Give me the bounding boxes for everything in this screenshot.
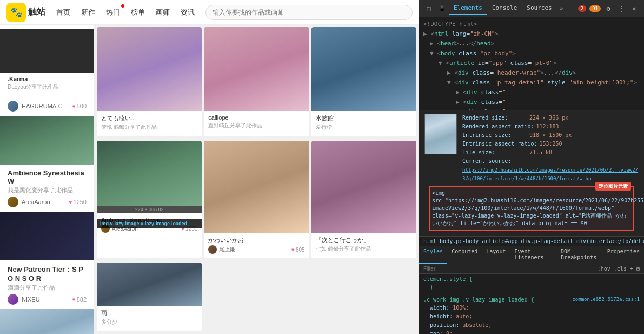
sidebar-item-nixeu[interactable]: New Patreon Tier：S P O N S O R 滴滴分享了此作品 … (0, 260, 94, 309)
filter-pseudo[interactable]: :hov .cls + ⊟ (597, 266, 640, 272)
img-preview (424, 114, 457, 154)
style-tab-styles[interactable]: Styles (419, 246, 447, 264)
card-3-info: 水族館 爱行榜 (311, 111, 416, 136)
alert-error: 2 (578, 5, 586, 12)
breadcrumb-bar: html body.pc-body article#app div.p-tag-… (419, 236, 644, 246)
dom-line-ptag[interactable]: ▼ <div class="p-tag-detail" style="min-h… (419, 78, 644, 88)
card-kawaii-author-group: 尾上廉 (208, 245, 235, 254)
card-rain[interactable]: 雨 多分少 (97, 263, 202, 331)
sidebar-karma-sub: Daoyou分享了此作品 (0, 83, 94, 94)
website-panel: 🐾 触站 首页 新作 热门 榜单 画师 资讯 .Karma Daoyou分享了此… (0, 0, 419, 334)
img-info-panel: Rendered size: 224 × 366 px Rendered asp… (419, 110, 644, 236)
style-tab-props[interactable]: Properties (603, 246, 644, 264)
sidebar-karma-image[interactable] (0, 29, 94, 73)
hot-dot (121, 4, 124, 8)
breadcrumb-text: html body.pc-body article#app div.p-tag-… (423, 238, 644, 244)
nav-artist[interactable]: 画师 (155, 5, 171, 19)
card-next[interactable]: 「次どこ行こっか」 七如 鹤郁分享了此作品 (311, 141, 416, 258)
sidebar-nixeu-title: New Patreon Tier：S P O N S O R (8, 265, 87, 283)
nav-home[interactable]: 首页 (55, 5, 71, 19)
card-1-author: 梦晚 鹤郁分享了此作品 (101, 123, 197, 131)
devtools-close-btn[interactable]: ✕ (629, 3, 640, 14)
card-rain-title: 雨 (101, 309, 197, 317)
devtools-device-btn[interactable]: 📱 (436, 3, 447, 14)
logo-icon: 🐾 (6, 3, 26, 22)
card-2[interactable]: calliope 直野崎丘分享了此作品 (204, 27, 309, 136)
devtools-tab-more[interactable]: » (557, 3, 566, 14)
card-rain-info: 雨 多分少 (97, 306, 202, 331)
devtools-inspect-btn[interactable]: ⬚ (423, 3, 434, 14)
card-2-image (204, 27, 309, 111)
heart-icon-area: ♥ (69, 199, 72, 205)
card-next-author: 七如 鹤郁分享了此作品 (316, 245, 412, 253)
style-source-loaded[interactable]: common.e652.6172a.css:1 (572, 297, 640, 304)
img-meta: Rendered size: 224 × 366 px Rendered asp… (462, 114, 639, 183)
card-ambience[interactable]: img.v-lazy-image.v-lazy-image-loaded 224… (97, 141, 202, 258)
search-input[interactable] (205, 5, 413, 20)
style-tabs: Styles Computed Layout Event Listeners D… (419, 246, 644, 264)
cards-grid: とても眩い... 梦晚 鹤郁分享了此作品 calliope 直野崎丘分享了此作品… (97, 27, 417, 333)
card-rain-author: 多分少 (101, 318, 197, 326)
dom-line-d1[interactable]: ▶ <div class=" (419, 88, 644, 97)
tab-elements[interactable]: Elements (449, 2, 487, 15)
dom-line-doctype[interactable]: <!DOCTYPE html> (419, 19, 644, 29)
logo-text: 触站 (28, 6, 45, 18)
sidebar-karma-title: .Karma (0, 73, 94, 83)
card-1[interactable]: とても眩い... 梦晚 鹤郁分享了此作品 (97, 27, 202, 136)
alert-warn: 91 (589, 5, 601, 12)
dom-tree[interactable]: <!DOCTYPE html> ▶ <html lang="zh-CN"> ▶ … (419, 17, 644, 110)
style-panel: Styles Computed Layout Event Listeners D… (419, 246, 644, 335)
highlight-box: 定位图片元素 <img src="https://img2.huashi16.c… (429, 186, 634, 231)
like-count-haguruma: ♥ 500 (72, 103, 87, 109)
sidebar-ambience-image[interactable] (0, 116, 94, 165)
card-1-image (97, 27, 202, 111)
nav-new[interactable]: 新作 (80, 5, 96, 19)
card-tooltip: img.v-lazy-image.v-lazy-image-loaded (97, 219, 202, 228)
dom-line-header-wrap[interactable]: ▶ <div class="header-wrap">...</div> (419, 68, 644, 78)
devtools-more-btn[interactable]: ⋮ (616, 3, 627, 14)
card-next-image (311, 141, 416, 233)
devtools-settings-btn[interactable]: ⚙ (603, 3, 614, 14)
style-rule-closing: } (423, 283, 640, 292)
style-tab-events[interactable]: Event Listeners (510, 246, 556, 264)
sidebar-nixeu-image[interactable] (0, 212, 94, 260)
highlight-label: 定位图片元素 (595, 182, 631, 191)
nav-rank[interactable]: 榜单 (130, 5, 146, 19)
card-kawaii[interactable]: かわいいかお 尾上廉 ♥ 805 (204, 141, 309, 258)
nav-news[interactable]: 资讯 (180, 5, 196, 19)
artist-name-area: AreaAaron (22, 199, 50, 205)
dom-line-article[interactable]: ▼ <article id="app" class="pt-0"> (419, 58, 644, 68)
sidebar-item-haguruma[interactable]: HAGURUMA-C ♥ 500 (0, 94, 94, 116)
like-count-nixeu: ♥ 882 (72, 296, 87, 303)
devtools-alerts: 2 91 (578, 5, 601, 12)
style-rule-height: height: auto; (423, 312, 640, 321)
dom-line-html[interactable]: ▶ <html lang="zh-CN"> (419, 29, 644, 39)
card-3-author: 爱行榜 (316, 123, 412, 131)
dom-line-d2[interactable]: ▶ <div class=" (419, 97, 644, 107)
style-filter-input[interactable] (423, 266, 594, 272)
card-ambience-image (97, 141, 202, 206)
tab-sources[interactable]: Sources (522, 2, 556, 15)
dom-line-body[interactable]: ▼ <body class="pc-body"> (419, 49, 644, 58)
style-tab-layout[interactable]: Layout (482, 246, 510, 264)
style-tab-dom-bp[interactable]: DOM Breakpoints (556, 246, 603, 264)
sidebar-item-ambience[interactable]: Ambience Synesthesia W 我是黑化魔分享了此作品 AreaA… (0, 165, 94, 212)
img-tag-content: <img src="https://img2.huashi16.com/imag… (432, 190, 644, 226)
heart-icon-haguruma: ♥ (72, 103, 76, 109)
card-kawaii-info: かわいいかお 尾上廉 ♥ 805 (204, 233, 309, 257)
img-meta-source-link[interactable]: https://img2.huashi16.com/images/resourc… (462, 166, 639, 183)
img-meta-aspect-val: 112:183 (536, 122, 559, 131)
tab-console[interactable]: Console (488, 2, 521, 15)
dom-line-head[interactable]: ▶ <head>...</head> (419, 39, 644, 49)
card-next-title: 「次どこ行こっか」 (316, 236, 412, 244)
style-block-loaded-header: .c-work-img .v-lazy-image-loaded { commo… (423, 297, 640, 304)
artist-avatar-haguruma (8, 101, 18, 112)
style-tab-computed[interactable]: Computed (447, 246, 482, 264)
logo[interactable]: 🐾 触站 (6, 3, 45, 22)
card-3[interactable]: 水族館 爱行榜 (311, 27, 416, 136)
artist-name-nixeu: NIXEU (22, 296, 40, 303)
img-meta-intrinsic-ratio: Intrinsic aspect ratio: 153:250 (462, 140, 639, 148)
img-meta-filesize-val: 71.5 kB (529, 148, 552, 157)
nav-hot[interactable]: 热门 (105, 5, 121, 19)
sidebar-qingxia-image[interactable] (0, 309, 94, 334)
